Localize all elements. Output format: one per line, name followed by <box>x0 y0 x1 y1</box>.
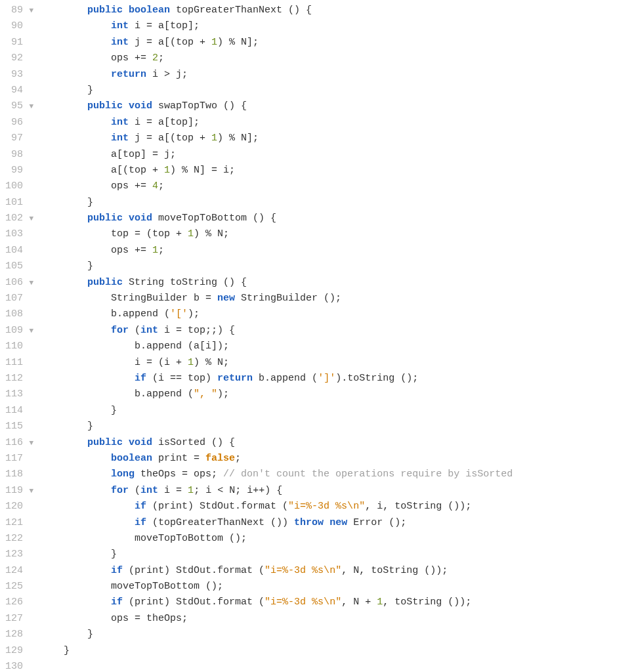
code-line[interactable]: } <box>40 195 636 211</box>
line-number[interactable]: 96 <box>5 115 35 131</box>
line-number[interactable]: 121 <box>5 515 35 531</box>
code-line[interactable]: public void moveTopToBottom () { <box>40 211 636 226</box>
fold-toggle-icon[interactable]: ▼ <box>29 98 33 114</box>
line-number-text: 108 <box>5 308 23 320</box>
line-number-text: 90 <box>11 20 23 32</box>
code-line[interactable]: StringBuilder b = new StringBuilder (); <box>40 291 636 306</box>
code-line[interactable]: if (print) StdOut.format ("i=%-3d %s\n",… <box>40 595 636 610</box>
code-line[interactable]: if (print) StdOut.format ("i=%-3d %s\n",… <box>40 499 636 514</box>
code-line[interactable]: public boolean topGreaterThanNext () { <box>40 3 636 18</box>
code-line[interactable]: return i > j; <box>40 67 636 83</box>
line-number[interactable]: 125 <box>5 579 35 595</box>
line-number[interactable]: 101 <box>5 195 35 211</box>
code-line[interactable]: b.append (a[i]); <box>40 339 636 354</box>
code-line[interactable]: for (int i = top;;) { <box>40 323 636 339</box>
line-number[interactable]: 117 <box>5 451 35 467</box>
line-number[interactable]: 129 <box>5 643 35 659</box>
line-number[interactable]: 93 <box>5 67 35 83</box>
line-number[interactable]: 100 <box>5 178 35 194</box>
code-line[interactable]: ops = theOps; <box>40 611 636 627</box>
fold-toggle-icon[interactable]: ▼ <box>29 483 33 499</box>
code-line[interactable]: int i = a[top]; <box>40 115 636 131</box>
code-line[interactable]: moveTopToBottom (); <box>40 579 636 595</box>
fold-toggle-icon[interactable]: ▼ <box>29 275 33 291</box>
code-line[interactable]: i = (i + 1) % N; <box>40 355 636 371</box>
line-number[interactable]: 98 <box>5 147 35 163</box>
line-number[interactable]: 130 <box>5 659 35 672</box>
line-number[interactable]: 114 <box>5 403 35 419</box>
code-line[interactable]: int j = a[(top + 1) % N]; <box>40 35 636 51</box>
line-number[interactable]: 92 <box>5 51 35 66</box>
code-line[interactable]: if (print) StdOut.format ("i=%-3d %s\n",… <box>40 563 636 579</box>
line-number[interactable]: 97 <box>5 131 35 146</box>
code-line[interactable]: long theOps = ops; // don't count the op… <box>40 467 636 482</box>
code-line[interactable]: public void isSorted () { <box>40 435 636 451</box>
fold-toggle-icon[interactable]: ▼ <box>29 323 33 339</box>
code-line[interactable]: } <box>40 547 636 562</box>
code-line[interactable]: moveTopToBottom (); <box>40 531 636 547</box>
line-number[interactable]: 124 <box>5 563 35 579</box>
line-number[interactable]: 94 <box>5 83 35 98</box>
code-editor[interactable]: 89▼909192939495▼96979899100101102▼103104… <box>0 0 636 672</box>
line-number[interactable]: 102▼ <box>5 211 35 226</box>
code-line[interactable]: top = (top + 1) % N; <box>40 226 636 242</box>
code-line[interactable]: a[top] = j; <box>40 147 636 163</box>
line-number-text: 113 <box>5 388 23 400</box>
line-number[interactable]: 118 <box>5 467 35 482</box>
line-number[interactable]: 128 <box>5 627 35 642</box>
code-line[interactable] <box>40 659 636 672</box>
line-number[interactable]: 127 <box>5 611 35 627</box>
code-line[interactable]: ops += 1; <box>40 243 636 259</box>
code-line[interactable]: public String toString () { <box>40 275 636 291</box>
line-number[interactable]: 95▼ <box>5 98 35 114</box>
code-line[interactable]: b.append (", "); <box>40 387 636 402</box>
line-number-text: 116 <box>5 437 23 448</box>
line-number[interactable]: 109▼ <box>5 323 35 339</box>
code-line[interactable]: } <box>40 83 636 98</box>
line-number[interactable]: 90 <box>5 18 35 34</box>
code-line[interactable]: } <box>40 403 636 419</box>
code-line[interactable]: } <box>40 259 636 274</box>
line-number[interactable]: 119▼ <box>5 483 35 499</box>
line-number[interactable]: 91 <box>5 35 35 51</box>
line-number[interactable]: 111 <box>5 355 35 371</box>
line-number[interactable]: 103 <box>5 226 35 242</box>
code-line[interactable]: a[(top + 1) % N] = i; <box>40 163 636 178</box>
line-number[interactable]: 106▼ <box>5 275 35 291</box>
line-number[interactable]: 104 <box>5 243 35 259</box>
code-line[interactable]: if (topGreaterThanNext ()) throw new Err… <box>40 515 636 531</box>
code-line[interactable]: ops += 2; <box>40 51 636 66</box>
line-number[interactable]: 107 <box>5 291 35 306</box>
line-number-text: 111 <box>5 357 23 368</box>
line-number[interactable]: 110 <box>5 339 35 354</box>
code-line[interactable]: boolean print = false; <box>40 451 636 467</box>
code-line[interactable]: } <box>40 643 636 659</box>
line-number[interactable]: 112 <box>5 371 35 387</box>
fold-toggle-icon[interactable]: ▼ <box>29 3 33 18</box>
line-number[interactable]: 122 <box>5 531 35 547</box>
line-number-text: 128 <box>5 629 23 640</box>
code-line[interactable]: int j = a[(top + 1) % N]; <box>40 131 636 146</box>
code-line[interactable]: b.append ('['); <box>40 306 636 322</box>
code-area[interactable]: public boolean topGreaterThanNext () { i… <box>37 0 636 672</box>
code-line[interactable]: public void swapTopTwo () { <box>40 98 636 114</box>
line-number[interactable]: 99 <box>5 163 35 178</box>
code-line[interactable]: for (int i = 1; i < N; i++) { <box>40 483 636 499</box>
code-line[interactable]: } <box>40 419 636 434</box>
line-number[interactable]: 115 <box>5 419 35 434</box>
line-number[interactable]: 113 <box>5 387 35 402</box>
line-number[interactable]: 123 <box>5 547 35 562</box>
line-number[interactable]: 105 <box>5 259 35 274</box>
fold-toggle-icon[interactable]: ▼ <box>29 435 33 451</box>
line-number[interactable]: 116▼ <box>5 435 35 451</box>
line-number[interactable]: 120 <box>5 499 35 514</box>
line-number[interactable]: 89▼ <box>5 3 35 18</box>
code-line[interactable]: int i = a[top]; <box>40 18 636 34</box>
line-number[interactable]: 108 <box>5 306 35 322</box>
line-number[interactable]: 126 <box>5 595 35 610</box>
code-line[interactable]: if (i == top) return b.append (']').toSt… <box>40 371 636 387</box>
code-line[interactable]: ops += 4; <box>40 178 636 194</box>
code-line[interactable]: } <box>40 627 636 642</box>
fold-toggle-icon[interactable]: ▼ <box>29 211 33 226</box>
line-number-text: 122 <box>5 533 23 544</box>
